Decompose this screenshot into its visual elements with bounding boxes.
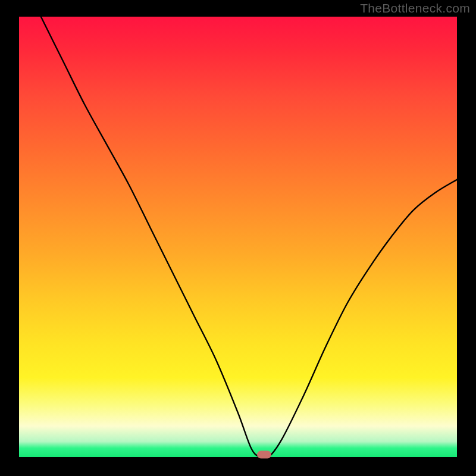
minimum-marker: [257, 451, 271, 459]
plot-area: [19, 17, 457, 457]
bottleneck-curve-path: [41, 17, 457, 457]
watermark-text: TheBottleneck.com: [360, 1, 470, 15]
curve-svg: [19, 17, 457, 457]
chart-frame: TheBottleneck.com: [0, 0, 476, 476]
